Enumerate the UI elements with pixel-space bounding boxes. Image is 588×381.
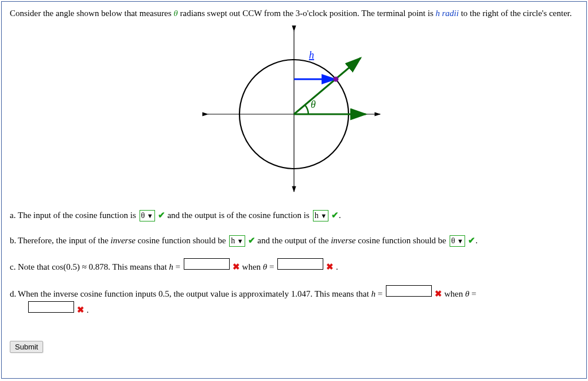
submit-button[interactable]: Submit [10, 341, 43, 353]
chevron-down-icon: ▼ [237, 238, 243, 244]
part-d-input-h[interactable] [386, 285, 432, 297]
part-b-t5: . [475, 236, 478, 245]
part-b-inverse-1: inverse [111, 236, 136, 245]
part-c-eq2: = [267, 262, 276, 271]
part-c-h: h [169, 262, 173, 271]
part-b-t1: Therefore, the input of the [18, 236, 111, 245]
x-icon: ✖ [233, 262, 240, 271]
part-d-eq2: = [469, 289, 476, 298]
intro-paragraph: Consider the angle shown below that meas… [10, 7, 578, 19]
part-b-t3: and the output of the [256, 236, 331, 245]
part-b-t4: cosine function should be [356, 236, 448, 245]
part-b-select-1-value: h [231, 236, 235, 245]
intro-post: to the right of the circle's center. [459, 9, 572, 18]
part-d: d. When the inverse cosine function inpu… [10, 285, 578, 318]
check-icon: ✔ [158, 211, 165, 220]
unit-circle-figure: θ h [185, 22, 403, 195]
part-a-select-1[interactable]: θ ▼ [140, 210, 155, 221]
part-a-t1: The input of the cosine function is [18, 211, 138, 220]
part-c-eq1: = [173, 262, 183, 271]
part-b-t2: cosine function should be [136, 236, 228, 245]
part-a-label: a. [10, 208, 18, 223]
intro-pre: Consider the angle shown below that meas… [10, 9, 173, 18]
x-icon: ✖ [435, 289, 442, 298]
part-b-select-1[interactable]: h ▼ [229, 235, 245, 247]
part-d-eq1: = [376, 289, 385, 298]
check-icon: ✔ [331, 211, 339, 220]
check-icon: ✔ [248, 236, 256, 245]
part-c: c. Note that cos(0.5) ≈ 0.878. This mean… [10, 258, 578, 275]
part-b-inverse-2: inverse [331, 236, 355, 245]
part-c-label: c. [10, 260, 18, 275]
part-d-t1: When the inverse cosine function inputs … [18, 289, 371, 298]
part-a-select-1-value: θ [141, 211, 145, 220]
figure-h-label: h [309, 49, 314, 61]
intro-mid: radians swept out CCW from the 3-o'clock… [178, 9, 436, 18]
intro-h-radii: h radii [435, 9, 458, 18]
part-d-input-theta[interactable] [28, 301, 74, 313]
part-c-dot: . [334, 262, 338, 271]
chevron-down-icon: ▼ [147, 212, 153, 219]
figure-theta-label: θ [311, 99, 316, 110]
part-a-select-2[interactable]: h ▼ [313, 210, 328, 221]
problem-frame: Consider the angle shown below that meas… [1, 1, 587, 379]
chevron-down-icon: ▼ [457, 238, 463, 244]
part-b-label: b. [10, 234, 18, 248]
chevron-down-icon: ▼ [320, 212, 327, 219]
figure-container: θ h [10, 22, 578, 195]
svg-point-6 [334, 77, 339, 82]
check-icon: ✔ [468, 236, 475, 245]
part-c-t1: Note that cos(0.5) ≈ 0.878. This means t… [18, 262, 169, 271]
part-a: a. The input of the cosine function is θ… [10, 208, 578, 223]
intro-theta: θ [173, 9, 177, 18]
part-b: b. Therefore, the input of the inverse c… [10, 234, 578, 248]
svg-line-4 [294, 58, 361, 114]
part-a-t2: and the output is of the cosine function… [165, 211, 312, 220]
part-d-h: h [371, 289, 376, 298]
part-c-input-h[interactable] [184, 258, 230, 270]
x-icon: ✖ [77, 305, 84, 314]
part-a-t3: . [339, 211, 341, 220]
part-d-dot: . [84, 305, 89, 314]
part-c-when: when [240, 262, 263, 271]
part-d-when: when [442, 289, 465, 298]
part-a-select-2-value: h [315, 211, 319, 220]
part-d-label: d. [10, 287, 18, 302]
x-icon: ✖ [326, 262, 334, 271]
part-b-select-2-value: θ [451, 236, 455, 245]
part-b-select-2[interactable]: θ ▼ [450, 235, 465, 247]
part-c-input-theta[interactable] [277, 258, 323, 270]
